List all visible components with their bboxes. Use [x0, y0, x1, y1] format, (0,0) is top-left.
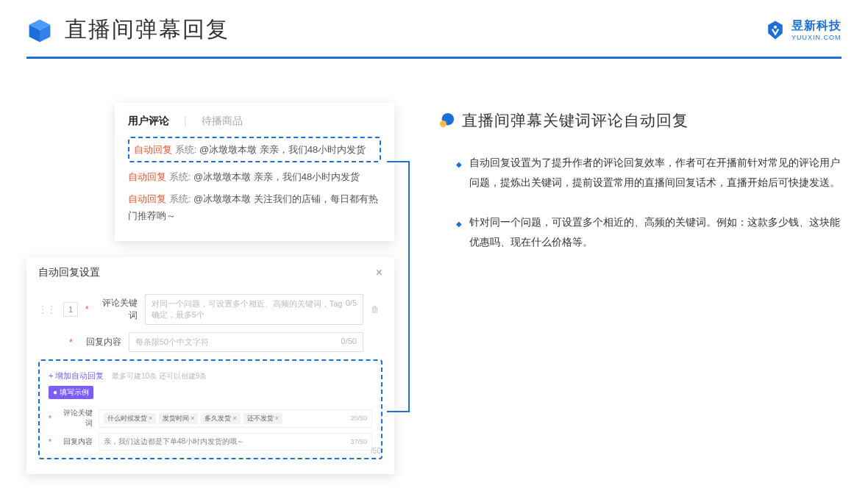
keyword-tag[interactable]: 发货时间×: [159, 413, 198, 424]
add-hint: 最多可建10条 还可以创建9条: [112, 372, 207, 380]
bullet-item: ◆ 自动回复设置为了提升作者的评论回复效率，作者可在开播前针对常见的评论用户问题…: [438, 153, 842, 192]
keyword-tag[interactable]: 多久发货×: [201, 413, 240, 424]
section-icon: [438, 112, 455, 129]
ex-ct-count: 37/50: [350, 438, 367, 445]
tab-user-comments[interactable]: 用户评论: [128, 115, 169, 128]
outer-count: /50: [371, 447, 381, 455]
keyword-tag[interactable]: 还不发货×: [243, 413, 282, 424]
brand-name-cn: 昱新科技: [791, 18, 842, 34]
ex-kw-count: 20/50: [350, 415, 367, 422]
ex-content-label: 回复内容: [57, 437, 93, 447]
comment-line: 自动回复 系统: @冰墩墩本墩 关注我们的店铺，每日都有热门推荐哟～: [128, 190, 381, 225]
diamond-icon: ◆: [456, 157, 462, 192]
keyword-count: 0/5: [346, 298, 357, 320]
keyword-input[interactable]: 对同一个问题，可设置多个相近、高频的关键词，Tag确定，最多5个 0/5: [145, 294, 363, 325]
drag-handle-icon[interactable]: ⋮⋮: [38, 304, 56, 315]
close-icon[interactable]: ×: [376, 266, 383, 279]
comment-line: 自动回复 系统: @冰墩墩本墩 亲亲，我们48小时内发货: [128, 168, 381, 185]
row-number: 1: [63, 302, 78, 317]
keyword-tag[interactable]: 什么时候发货×: [104, 413, 156, 424]
content-input[interactable]: 每条限50个中文字符 0/50: [129, 332, 363, 352]
cube-icon: [26, 17, 53, 43]
ex-content-input[interactable]: 亲，我们这边都是下单48小时内发货的哦～ 37/50: [99, 433, 372, 451]
svg-point-3: [774, 25, 777, 28]
section-title: 直播间弹幕关键词评论自动回复: [462, 110, 689, 131]
settings-card: 自动回复设置 × ⋮⋮ 1 * 评论关键词 对同一个问题，可设置多个相近、高频的…: [26, 257, 394, 474]
example-block: + 增加自动回复 最多可建10条 还可以创建9条 ● 填写示例 * 评论关键词 …: [38, 359, 383, 459]
system-label: 系统:: [175, 144, 197, 155]
delete-icon[interactable]: 🗑: [371, 304, 383, 315]
required-mark: *: [85, 304, 89, 315]
auto-reply-tag: 自动回复: [134, 144, 172, 155]
diamond-icon: ◆: [456, 217, 462, 251]
brand-icon: [765, 20, 786, 40]
settings-title: 自动回复设置: [38, 266, 100, 279]
brand-logo: 昱新科技 YUUXIN.COM: [765, 18, 842, 41]
ex-keyword-label: 评论关键词: [57, 408, 93, 428]
comment-text: @冰墩墩本墩 亲亲，我们48小时内发货: [199, 144, 366, 155]
example-badge: ● 填写示例: [49, 386, 93, 399]
highlighted-comment: 自动回复 系统: @冰墩墩本墩 亲亲，我们48小时内发货: [128, 137, 381, 162]
content-label: 回复内容: [80, 336, 121, 348]
bullet-item: ◆ 针对同一个问题，可设置多个相近的、高频的关键词。例如：这款多少钱、这块能优惠…: [438, 212, 842, 251]
tab-pending-goods[interactable]: 待播商品: [202, 115, 243, 128]
comment-card: 用户评论 | 待播商品 自动回复 系统: @冰墩墩本墩 亲亲，我们48小时内发货…: [115, 103, 394, 241]
svg-point-5: [440, 121, 447, 127]
required-mark: *: [69, 337, 73, 348]
add-auto-reply-link[interactable]: + 增加自动回复: [49, 371, 104, 380]
page-title: 直播间弹幕回复: [65, 15, 230, 45]
keyword-label: 评论关键词: [96, 297, 138, 322]
brand-name-en: YUUXIN.COM: [791, 34, 842, 41]
content-count: 0/50: [341, 337, 357, 348]
tab-divider: |: [184, 115, 187, 128]
ex-keyword-input[interactable]: 什么时候发货× 发货时间× 多久发货× 还不发货× 20/50: [99, 409, 372, 428]
